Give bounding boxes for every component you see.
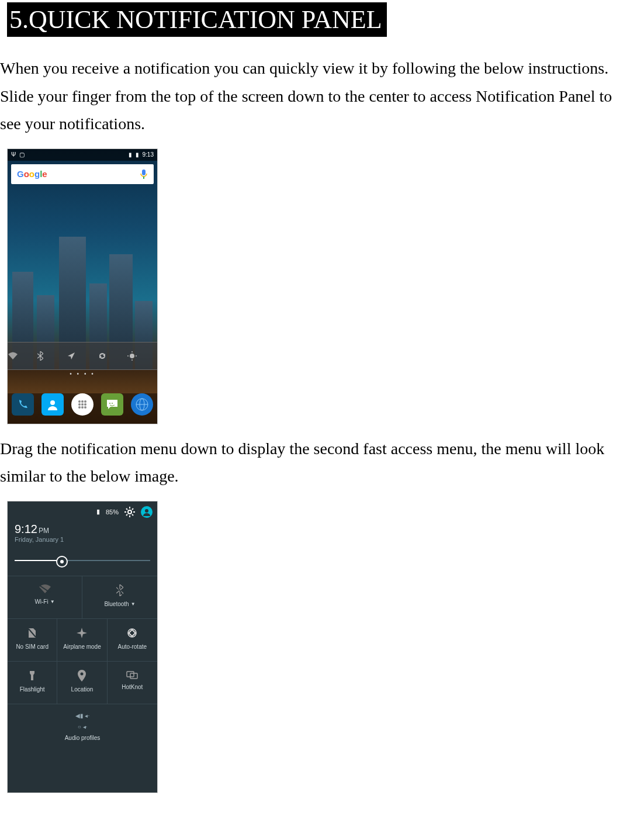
bluetooth-icon[interactable] <box>37 351 67 361</box>
section-heading: 5.QUICK NOTIFICATION PANEL <box>7 2 387 37</box>
svg-point-10 <box>84 400 86 403</box>
brightness-thumb-icon[interactable] <box>56 556 68 568</box>
volume-icon-2: ○ ◂· <box>78 724 88 730</box>
svg-rect-1 <box>143 177 144 179</box>
tile-label: Location <box>71 686 94 693</box>
sync-icon[interactable] <box>98 351 127 361</box>
dock <box>8 390 157 419</box>
tile-location[interactable]: Location <box>57 662 107 704</box>
svg-line-31 <box>132 508 133 510</box>
settings-gear-icon[interactable] <box>124 507 135 517</box>
screenshot-quick-settings: ▮ 85% 9:12PM Friday, January 1 Wi-Fi▼ <box>7 501 158 793</box>
wifi-icon[interactable] <box>8 352 37 360</box>
tile-audio-profiles[interactable]: ◀▮ ◂· ○ ◂· Audio profiles <box>8 704 157 747</box>
battery-icon: ▮ <box>96 508 100 515</box>
svg-point-18 <box>112 403 113 404</box>
contacts-app-icon[interactable] <box>41 393 64 416</box>
sim-icon <box>27 627 37 639</box>
location-pin-icon <box>77 670 86 681</box>
qs-ampm: PM <box>39 527 49 535</box>
status-time: 9:13 <box>143 151 154 158</box>
svg-point-37 <box>81 672 84 675</box>
tile-label: Bluetooth <box>104 601 129 607</box>
svg-point-15 <box>81 406 84 409</box>
google-logo: Google <box>17 169 47 179</box>
svg-line-29 <box>132 514 133 515</box>
quick-toggle-row <box>8 342 157 370</box>
screenshot-home: Ψ ▢ ▮ ▮ 9:13 Google <box>7 148 158 424</box>
qs-header: ▮ 85% <box>8 501 157 523</box>
tile-bluetooth[interactable]: Bluetooth▼ <box>82 576 157 618</box>
phone-app-icon[interactable] <box>12 393 34 416</box>
svg-point-7 <box>50 400 55 405</box>
flashlight-icon <box>28 670 36 681</box>
svg-point-16 <box>84 406 86 409</box>
brightness-slider[interactable] <box>15 553 150 568</box>
usb-icon: Ψ <box>11 151 16 158</box>
tile-hotknot[interactable]: HotKnot <box>108 662 157 704</box>
svg-point-23 <box>128 510 131 514</box>
caret-down-icon: ▼ <box>131 601 136 607</box>
screenshot-icon: ▢ <box>19 151 25 158</box>
tile-label: Flashlight <box>20 686 45 693</box>
battery-icon: ▮ <box>136 151 139 158</box>
rotate-icon <box>126 627 138 639</box>
tile-rotate[interactable]: Auto-rotate <box>108 619 157 661</box>
bluetooth-icon <box>116 584 123 596</box>
qs-date: Friday, January 1 <box>15 536 150 543</box>
tile-flashlight[interactable]: Flashlight <box>8 662 57 704</box>
svg-rect-36 <box>129 629 136 636</box>
tile-wifi[interactable]: Wi-Fi▼ <box>8 576 82 618</box>
wallpaper-skyline <box>8 183 157 424</box>
mic-icon[interactable] <box>140 169 148 179</box>
svg-point-2 <box>130 354 134 358</box>
caret-down-icon: ▼ <box>50 599 55 604</box>
page-indicator: • • • • <box>8 371 157 377</box>
user-avatar-icon[interactable] <box>141 506 153 518</box>
svg-rect-0 <box>142 169 146 175</box>
svg-line-30 <box>126 514 127 515</box>
svg-point-32 <box>145 509 148 513</box>
tile-label: Auto-rotate <box>118 643 147 650</box>
second-paragraph: Drag the notification menu down to displ… <box>0 435 632 490</box>
svg-point-17 <box>109 403 110 404</box>
airplane-icon <box>76 627 88 639</box>
svg-point-9 <box>81 400 84 403</box>
svg-point-14 <box>78 406 81 409</box>
google-search-bar[interactable]: Google <box>11 164 154 184</box>
qs-clock: 9:12PM Friday, January 1 <box>8 523 157 548</box>
svg-point-8 <box>78 400 81 403</box>
intro-paragraph: When you receive a notification you can … <box>0 54 632 138</box>
tile-label: Audio profiles <box>65 735 101 741</box>
browser-app-icon[interactable] <box>131 393 153 416</box>
messages-app-icon[interactable] <box>101 393 123 416</box>
qs-time-value: 9:12 <box>15 523 37 535</box>
svg-point-12 <box>81 403 84 406</box>
tile-label: Airplane mode <box>63 643 101 650</box>
hotknot-icon <box>126 670 138 679</box>
svg-line-28 <box>126 508 127 510</box>
tile-label: HotKnot <box>122 684 143 690</box>
volume-icon: ◀▮ ◂· <box>75 712 90 719</box>
svg-point-11 <box>78 403 81 406</box>
svg-point-13 <box>84 403 86 406</box>
tile-label: Wi-Fi <box>34 598 48 605</box>
status-bar: Ψ ▢ ▮ ▮ 9:13 <box>8 149 157 161</box>
brightness-icon[interactable] <box>127 351 157 361</box>
location-arrow-icon[interactable] <box>67 352 97 360</box>
wifi-icon <box>39 584 51 594</box>
tile-label: No SIM card <box>16 643 49 650</box>
battery-percent: 85% <box>106 508 119 515</box>
signal-icon: ▮ <box>129 151 132 158</box>
tile-airplane[interactable]: Airplane mode <box>57 619 107 661</box>
tile-sim[interactable]: No SIM card <box>8 619 57 661</box>
app-drawer-icon[interactable] <box>71 393 94 416</box>
